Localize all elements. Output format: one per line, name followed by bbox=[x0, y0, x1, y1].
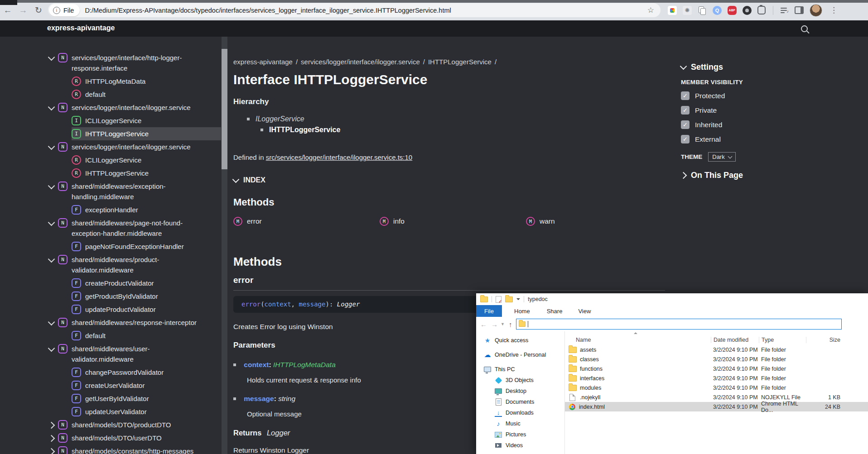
sidebar-item[interactable]: FgetProductByIdValidator bbox=[72, 290, 221, 303]
file-row[interactable]: functions3/2/2024 9:10 PMFile folder bbox=[565, 364, 868, 373]
paw-extension-icon[interactable] bbox=[743, 6, 752, 15]
theme-select[interactable]: Dark bbox=[708, 152, 735, 162]
column-header-type[interactable]: Type bbox=[759, 337, 806, 343]
chevron-down-icon[interactable] bbox=[48, 219, 55, 226]
sidebar-item[interactable]: Nservices/logger/interface/ilogger.servi… bbox=[49, 101, 221, 114]
react-devtools-icon[interactable]: ✺ bbox=[683, 6, 692, 15]
forward-icon[interactable]: → bbox=[491, 320, 498, 328]
explorer-nav-videos[interactable]: Videos bbox=[476, 440, 564, 451]
sidebar-item[interactable]: FcreateProductValidator bbox=[72, 277, 221, 290]
explorer-nav-documents[interactable]: Documents bbox=[476, 397, 564, 407]
tab-view[interactable]: View bbox=[578, 305, 591, 317]
sidebar-item[interactable]: FgetUserByIdValidator bbox=[72, 392, 221, 405]
file-row[interactable]: interfaces3/2/2024 9:10 PMFile folder bbox=[565, 373, 868, 383]
file-row[interactable]: modules3/2/2024 9:10 PMFile folder bbox=[565, 383, 868, 392]
search-icon[interactable] bbox=[801, 25, 808, 32]
column-header-date-modified[interactable]: Date modified bbox=[711, 337, 759, 343]
tab-home[interactable]: Home bbox=[514, 305, 530, 317]
visibility-inherited[interactable]: ✓ Inherited bbox=[681, 120, 864, 129]
index-section-toggle[interactable]: INDEX bbox=[233, 176, 665, 184]
tab-file[interactable]: File bbox=[476, 305, 502, 317]
file-row[interactable]: assets3/2/2024 9:10 PMFile folder bbox=[565, 345, 868, 354]
index-method-error[interactable]: M error bbox=[233, 216, 380, 226]
chevron-down-icon[interactable] bbox=[48, 256, 55, 263]
chevron-right-icon[interactable] bbox=[48, 422, 55, 429]
sidebar-item[interactable]: Nshared/models/DTO/productDTO bbox=[49, 418, 221, 431]
site-title[interactable]: express-apivantage bbox=[47, 24, 115, 32]
sidebar-item[interactable]: FchangePasswordValidator bbox=[72, 366, 221, 379]
chevron-down-icon[interactable] bbox=[48, 182, 55, 190]
sidebar-item[interactable]: Nshared/models/constants/http-messages bbox=[49, 444, 221, 454]
address-bar[interactable]: i File D:/Medium/Express-APIvantage/docs… bbox=[48, 3, 661, 17]
sidebar-item[interactable]: Nservices/logger/interface/http-logger-r… bbox=[49, 51, 221, 75]
sidebar-item[interactable]: RICLILoggerService bbox=[72, 153, 221, 167]
chevron-down-icon[interactable]: ▼ bbox=[501, 322, 505, 326]
parameter-type-link[interactable]: IHTTPLogMetaData bbox=[273, 361, 336, 368]
back-icon[interactable]: ← bbox=[480, 320, 487, 328]
checkbox-checked-icon[interactable]: ✓ bbox=[681, 106, 690, 115]
explorer-nav-quick-access[interactable]: ★Quick access bbox=[476, 335, 564, 346]
sidebar-item[interactable]: FpageNotFoundExceptionHandler bbox=[72, 240, 221, 253]
on-this-page-toggle[interactable]: On This Page bbox=[681, 171, 864, 180]
chevron-right-icon[interactable] bbox=[48, 448, 55, 454]
file-row[interactable]: classes3/2/2024 9:10 PMFile folder bbox=[565, 354, 868, 364]
sidebar-item[interactable]: IIHTTPLoggerService bbox=[72, 127, 221, 140]
sidebar-item[interactable]: Nservices/logger/interface/ilogger.servi… bbox=[49, 140, 221, 153]
sidebar-item[interactable]: Nshared/middlewares/response-interceptor bbox=[49, 316, 221, 329]
forward-icon[interactable]: → bbox=[15, 5, 31, 15]
column-header-size[interactable]: Size bbox=[806, 337, 847, 343]
url-text[interactable]: D:/Medium/Express-APIvantage/docs/typedo… bbox=[85, 7, 451, 14]
chevron-down-icon[interactable] bbox=[516, 298, 520, 300]
explorer-nav-this-pc[interactable]: This PC bbox=[476, 364, 564, 375]
sidebar-item[interactable]: Nshared/middlewares/page-not-found-excep… bbox=[49, 216, 221, 240]
playlist-icon[interactable]: ♪ bbox=[781, 7, 789, 14]
chevron-down-icon[interactable] bbox=[48, 104, 55, 111]
settings-toggle[interactable]: Settings bbox=[681, 62, 864, 72]
new-folder-icon[interactable] bbox=[505, 296, 513, 302]
explorer-nav-music[interactable]: ♪Music bbox=[476, 418, 564, 429]
sidebar-item[interactable]: FexceptionHandler bbox=[72, 203, 221, 216]
chevron-down-icon[interactable] bbox=[48, 54, 55, 61]
up-icon[interactable]: ↑ bbox=[509, 320, 512, 328]
sidebar-item[interactable]: Nshared/middlewares/exception-handling.m… bbox=[49, 180, 221, 203]
visibility-protected[interactable]: ✓ Protected bbox=[681, 91, 864, 100]
sidebar-item[interactable]: Nshared/middlewares/user-validator.middl… bbox=[49, 342, 221, 366]
sidebar-item[interactable]: Rdefault bbox=[72, 88, 221, 101]
profile-avatar[interactable] bbox=[810, 4, 822, 17]
visibility-external[interactable]: ✓ External bbox=[681, 135, 864, 143]
sidebar-item[interactable]: FupdateUserValidator bbox=[72, 405, 221, 418]
sidebar-item[interactable]: RIHTTPLoggerService bbox=[72, 167, 221, 180]
chevron-down-icon[interactable] bbox=[48, 143, 55, 150]
explorer-title-bar[interactable]: typedoc bbox=[476, 293, 868, 305]
explorer-nav-3d-objects[interactable]: 3D Objects bbox=[476, 375, 564, 386]
index-method-warn[interactable]: M warn bbox=[526, 216, 665, 226]
breadcrumb-link[interactable]: express-apivantage bbox=[233, 58, 293, 66]
chevron-down-icon[interactable] bbox=[48, 345, 55, 352]
sidebar-item[interactable]: RIHTTPLogMetaData bbox=[72, 75, 221, 88]
back-icon[interactable]: ← bbox=[0, 5, 15, 15]
browser-menu-icon[interactable]: ⋮ bbox=[830, 5, 838, 15]
explorer-address-bar[interactable] bbox=[516, 319, 842, 330]
column-header-name[interactable]: Name bbox=[565, 337, 711, 343]
properties-icon[interactable] bbox=[496, 296, 502, 303]
sidebar-item[interactable]: Nshared/middlewares/product-validator.mi… bbox=[49, 253, 221, 277]
sidebar-item[interactable]: FcreateUserValidator bbox=[72, 379, 221, 392]
index-method-info[interactable]: M info bbox=[380, 216, 526, 226]
explorer-nav-onedrive-personal[interactable]: ☁OneDrive - Personal bbox=[476, 349, 564, 360]
breadcrumb-link[interactable]: IHTTPLoggerService bbox=[428, 58, 492, 66]
search-extension-icon[interactable]: Q bbox=[713, 6, 722, 15]
side-panel-icon[interactable] bbox=[795, 6, 804, 15]
bookmark-star-icon[interactable]: ☆ bbox=[647, 5, 654, 15]
breadcrumb-link[interactable]: services/logger/interface/ilogger.servic… bbox=[301, 58, 420, 66]
sidebar-item[interactable]: FupdateProductValidator bbox=[72, 303, 221, 316]
sidebar-scrollbar-thumb[interactable] bbox=[222, 49, 227, 169]
file-scheme-chip[interactable]: i File bbox=[49, 4, 80, 16]
extension-icon[interactable] bbox=[757, 6, 766, 14]
visibility-private[interactable]: ✓ Private bbox=[681, 106, 864, 115]
sidebar-item[interactable]: Fdefault bbox=[72, 329, 221, 342]
checkbox-checked-icon[interactable]: ✓ bbox=[681, 120, 690, 129]
sidebar-item[interactable]: Nshared/models/DTO/userDTO bbox=[49, 431, 221, 444]
checkbox-checked-icon[interactable]: ✓ bbox=[681, 135, 690, 143]
file-row[interactable]: index.html3/2/2024 9:10 PMChrome HTML Do… bbox=[565, 402, 868, 411]
explorer-nav-desktop[interactable]: Desktop bbox=[476, 386, 564, 397]
